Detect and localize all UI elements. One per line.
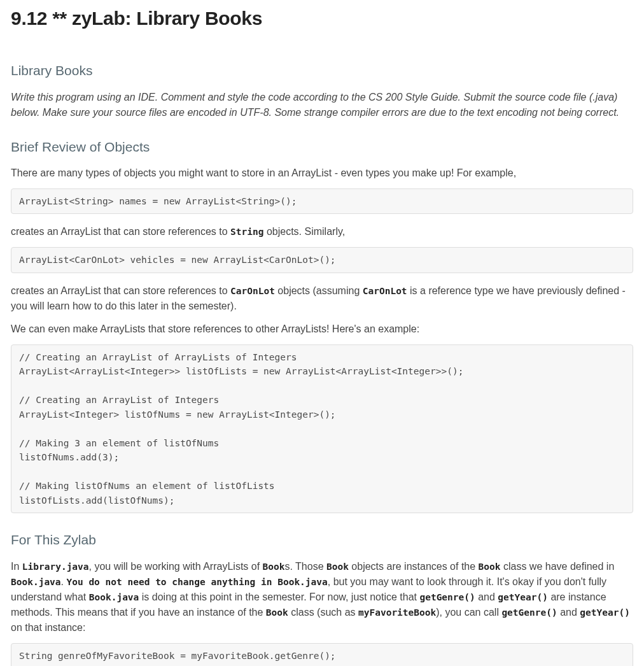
text: class (such as: [288, 607, 358, 618]
text: class we have defined in: [501, 561, 615, 572]
code-inline-book-1: Book: [263, 562, 285, 572]
code-block-arraylist-string: ArrayList<String> names = new ArrayList<…: [11, 188, 633, 214]
text: is doing at this point in the semester. …: [139, 592, 419, 602]
code-inline-getgenre-1: getGenre(): [419, 592, 475, 602]
text: ), you can call: [436, 607, 501, 618]
text: creates an ArrayList that can store refe…: [11, 285, 230, 296]
code-inline-myfavoritebook: myFavoriteBook: [358, 607, 436, 618]
text: creates an ArrayList that can store refe…: [11, 226, 230, 237]
code-inline-book-java-1: Book.java: [11, 577, 61, 587]
bold-dont-change: You do not need to change anything in Bo…: [66, 577, 327, 587]
para-types-of-objects: There are many types of objects you migh…: [11, 166, 633, 181]
code-inline-getgenre-2: getGenre(): [501, 607, 557, 618]
code-inline-getyear-2: getYear(): [580, 607, 630, 618]
section-heading-library-books: Library Books: [11, 60, 633, 81]
code-block-instance-methods: String genreOfMyFavoriteBook = myFavorit…: [11, 643, 633, 666]
para-zylab-body: In Library.java, you will be working wit…: [11, 559, 633, 635]
code-block-nested-arraylists: // Creating an ArrayList of ArrayLists o…: [11, 344, 633, 513]
text: objects (assuming: [275, 285, 363, 296]
intro-paragraph: Write this program using an IDE. Comment…: [11, 90, 633, 120]
text: In: [11, 561, 22, 572]
code-inline-book-3: Book: [479, 562, 501, 572]
text: and: [475, 592, 498, 602]
code-inline-caronlot-1: CarOnLot: [230, 286, 275, 296]
code-inline-library-java: Library.java: [22, 562, 89, 572]
para-string-objects: creates an ArrayList that can store refe…: [11, 224, 633, 239]
section-heading-brief-review: Brief Review of Objects: [11, 137, 633, 157]
text: objects are instances of the: [349, 561, 479, 572]
text: and: [557, 607, 580, 618]
code-inline-getyear-1: getYear(): [498, 592, 548, 602]
code-inline-string: String: [230, 227, 263, 237]
code-inline-book-4: Book: [266, 607, 288, 618]
text: s. Those: [284, 561, 326, 572]
text: objects. Similarly,: [263, 226, 345, 237]
text: , you will be working with ArrayLists of: [89, 561, 263, 572]
code-block-arraylist-caronlot: ArrayList<CarOnLot> vehicles = new Array…: [11, 247, 633, 273]
para-caronlot: creates an ArrayList that can store refe…: [11, 283, 633, 314]
para-nested-arraylists: We can even make ArrayLists that store r…: [11, 322, 633, 337]
code-inline-book-2: Book: [326, 562, 349, 572]
code-inline-caronlot-2: CarOnLot: [363, 286, 407, 296]
page-title: 9.12 ** zyLab: Library Books: [11, 4, 633, 32]
section-heading-for-this-zylab: For This Zylab: [11, 530, 633, 550]
text: on that instance:: [11, 622, 85, 633]
code-inline-book-java-2: Book.java: [89, 592, 139, 602]
